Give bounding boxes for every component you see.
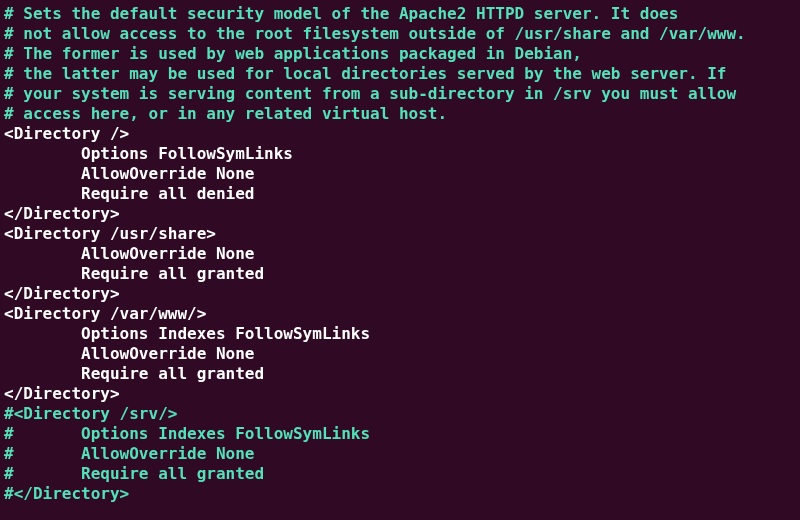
config-line: AllowOverride None (4, 344, 796, 364)
config-line: Require all granted (4, 364, 796, 384)
config-line: # Sets the default security model of the… (4, 4, 796, 24)
config-line: AllowOverride None (4, 164, 796, 184)
config-line: # The former is used by web applications… (4, 44, 796, 64)
config-line: # AllowOverride None (4, 444, 796, 464)
config-line: # Options Indexes FollowSymLinks (4, 424, 796, 444)
config-line: Require all granted (4, 264, 796, 284)
config-line: </Directory> (4, 204, 796, 224)
config-line: Options FollowSymLinks (4, 144, 796, 164)
config-line: # the latter may be used for local direc… (4, 64, 796, 84)
config-line: # not allow access to the root filesyste… (4, 24, 796, 44)
config-line: <Directory /var/www/> (4, 304, 796, 324)
config-line: </Directory> (4, 384, 796, 404)
config-line: <Directory /> (4, 124, 796, 144)
config-line: #<Directory /srv/> (4, 404, 796, 424)
config-line: <Directory /usr/share> (4, 224, 796, 244)
config-line: AllowOverride None (4, 244, 796, 264)
config-line: Require all denied (4, 184, 796, 204)
config-line: Options Indexes FollowSymLinks (4, 324, 796, 344)
config-line: </Directory> (4, 284, 796, 304)
config-line: # your system is serving content from a … (4, 84, 796, 104)
config-line: #</Directory> (4, 484, 796, 504)
config-line: # Require all granted (4, 464, 796, 484)
config-line: # access here, or in any related virtual… (4, 104, 796, 124)
terminal-output: # Sets the default security model of the… (4, 4, 796, 504)
